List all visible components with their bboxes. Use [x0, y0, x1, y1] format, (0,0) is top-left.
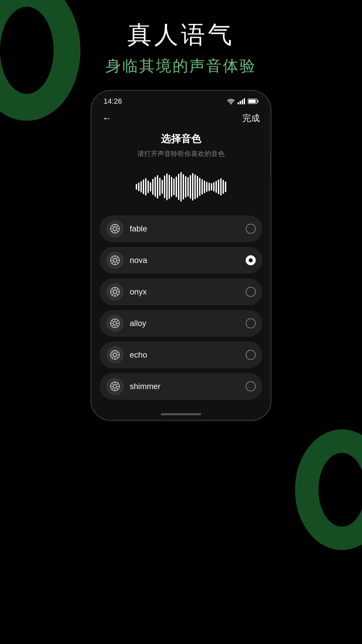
sub-title: 身临其境的声音体验 [106, 56, 256, 76]
voice-name-alloy: alloy [130, 319, 246, 328]
waveform-bar [171, 177, 172, 197]
aperture-icon [109, 286, 121, 298]
waveform-bar [225, 181, 226, 192]
content-area: 选择音色 请打开声音聆听你喜欢的音色 fable [92, 129, 270, 410]
voice-list: fable nova [100, 215, 262, 400]
aperture-icon [109, 381, 121, 392]
waveform-bar [136, 184, 137, 190]
svg-line-63 [112, 383, 114, 385]
aperture-icon [109, 349, 121, 361]
waveform-bar [208, 182, 210, 191]
voice-item-fable[interactable]: fable [100, 215, 262, 242]
done-button[interactable]: 完成 [242, 112, 260, 124]
waveform-bar [206, 182, 207, 192]
waveform-bar [223, 180, 224, 194]
svg-line-56 [112, 356, 114, 358]
svg-line-25 [116, 257, 118, 259]
voice-item-alloy[interactable]: alloy [100, 310, 262, 337]
svg-line-26 [112, 262, 114, 264]
voice-name-nova: nova [130, 256, 246, 265]
svg-line-45 [116, 320, 118, 322]
waveform-bar [216, 181, 217, 193]
waveform-bar [192, 173, 193, 201]
voice-item-shimmer[interactable]: shimmer [100, 373, 262, 400]
voice-name-echo: echo [130, 350, 246, 360]
page-subtitle: 请打开声音聆听你喜欢的音色 [100, 149, 262, 158]
phone-side-button [270, 151, 272, 178]
aperture-icon [109, 223, 121, 234]
waveform-bar [218, 179, 219, 194]
home-bar [161, 413, 201, 415]
svg-rect-3 [244, 98, 245, 104]
waveform-bar [204, 180, 205, 193]
svg-rect-2 [242, 100, 243, 104]
nav-bar: ← 完成 [92, 109, 270, 129]
waveform-bar [162, 180, 163, 194]
voice-item-echo[interactable]: echo [100, 341, 262, 368]
waveform-bar [145, 178, 146, 196]
svg-line-53 [112, 352, 114, 354]
waveform-bar [147, 180, 149, 193]
waveform-bar [199, 178, 200, 196]
waveform-bar [152, 179, 154, 195]
voice-icon-onyx [106, 283, 124, 301]
radio-nova[interactable] [246, 255, 256, 265]
radio-fable[interactable] [246, 224, 256, 234]
svg-line-36 [112, 293, 114, 295]
waveform-bar [155, 177, 156, 197]
voice-item-onyx[interactable]: onyx [100, 278, 262, 305]
waveform-bar [194, 174, 196, 199]
svg-line-33 [112, 289, 114, 291]
page-title: 选择音色 [100, 132, 262, 146]
radio-shimmer[interactable] [246, 381, 256, 391]
voice-name-onyx: onyx [130, 287, 246, 297]
waveform-bar [213, 182, 215, 192]
svg-line-16 [112, 230, 114, 232]
home-indicator [92, 410, 270, 420]
signal-icon [238, 98, 245, 104]
waveform-bar [190, 175, 191, 199]
phone-mockup: 14:26 ← 完成 选择音色 请打开 [90, 90, 272, 421]
voice-name-fable: fable [130, 224, 246, 233]
svg-line-35 [116, 289, 118, 291]
waveform-bar [169, 175, 170, 199]
voice-icon-fable [106, 220, 124, 237]
waveform-bar [185, 176, 186, 198]
voice-item-nova[interactable]: nova [100, 247, 262, 274]
svg-line-54 [116, 356, 118, 358]
svg-line-65 [116, 383, 118, 385]
waveform-bar [173, 178, 175, 195]
aperture-icon [109, 255, 121, 266]
radio-alloy[interactable] [246, 318, 256, 328]
voice-icon-echo [106, 346, 124, 364]
top-section: 真人语气 身临其境的声音体验 [106, 20, 256, 76]
waveform-bar [140, 181, 142, 193]
waveform-bar [178, 174, 179, 200]
svg-line-46 [112, 325, 114, 327]
radio-echo[interactable] [246, 350, 256, 360]
waveform-bar [187, 177, 189, 197]
svg-rect-0 [238, 102, 239, 104]
svg-line-66 [112, 388, 114, 390]
svg-line-55 [116, 352, 118, 354]
waveform-bar [180, 172, 182, 202]
bg-arc-bottom-right [295, 429, 362, 550]
wifi-icon [227, 98, 235, 104]
svg-line-34 [116, 293, 118, 295]
waveform [100, 172, 262, 202]
svg-line-15 [116, 226, 118, 228]
waveform-bar [164, 175, 165, 198]
svg-line-24 [116, 262, 118, 264]
svg-line-64 [116, 388, 118, 390]
back-button[interactable]: ← [102, 113, 112, 124]
radio-onyx[interactable] [246, 287, 256, 297]
main-title: 真人语气 [106, 20, 256, 49]
waveform-bar [211, 183, 212, 191]
svg-rect-6 [248, 100, 256, 103]
voice-icon-alloy [106, 315, 124, 332]
svg-line-44 [116, 325, 118, 327]
waveform-bar [159, 178, 161, 196]
waveform-bar [138, 182, 139, 191]
svg-line-43 [112, 320, 114, 322]
status-time: 14:26 [104, 97, 122, 106]
